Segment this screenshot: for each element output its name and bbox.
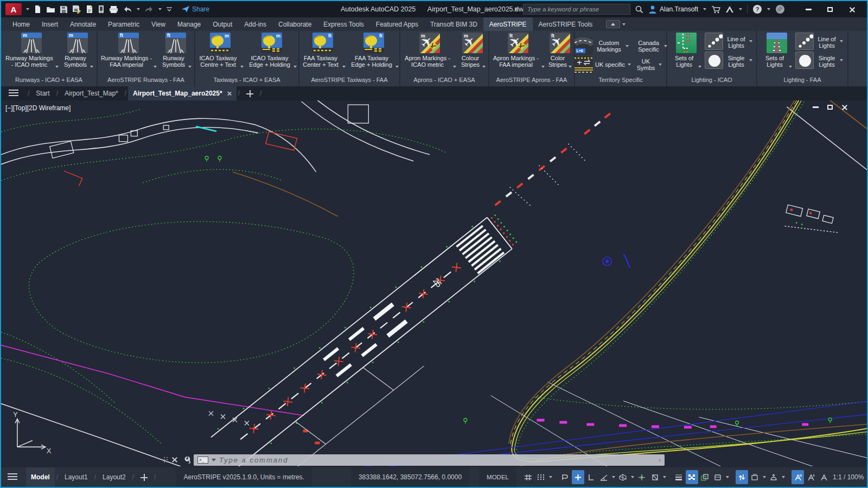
new-file-icon[interactable] — [34, 5, 42, 14]
search-expand-icon[interactable] — [514, 7, 518, 12]
dropdown-caret-icon[interactable] — [293, 66, 297, 68]
command-close-icon[interactable] — [172, 457, 177, 462]
viewport-minimize-icon[interactable] — [813, 106, 819, 108]
tab-output[interactable]: Output — [207, 17, 238, 31]
dynamic-ucs-icon[interactable] — [736, 470, 748, 484]
tab-express-tools[interactable]: Express Tools — [317, 17, 369, 31]
viewport-close-icon[interactable] — [841, 104, 847, 110]
save-icon[interactable] — [60, 5, 68, 14]
tab-addins[interactable]: Add-ins — [238, 17, 272, 31]
tab-insert[interactable]: Insert — [36, 17, 64, 31]
dropdown-caret-icon[interactable] — [90, 66, 93, 68]
model-space-toggle[interactable]: MODEL — [479, 467, 516, 487]
osnap-tracking-icon[interactable] — [636, 470, 648, 484]
dropdown-caret-icon[interactable] — [453, 66, 456, 68]
autocad-logo[interactable]: A — [5, 3, 22, 15]
ortho-mode-icon[interactable] — [585, 470, 597, 484]
tab-featured-apps[interactable]: Featured Apps — [370, 17, 424, 31]
single-lights-icao-button[interactable]: Single Lights — [705, 52, 752, 69]
tab-annotate[interactable]: Annotate — [64, 17, 102, 31]
autoscale-icon[interactable] — [805, 470, 817, 484]
file-tabs-menu-icon[interactable] — [1, 88, 26, 99]
viewport-restore-icon[interactable] — [827, 105, 833, 110]
icao-taxiway-centre-button[interactable]: m ICAO Taxiway Centre + Text — [197, 33, 244, 68]
transparency-icon[interactable] — [686, 470, 698, 484]
dropdown-caret-icon[interactable] — [482, 66, 486, 68]
selection-cycling-icon[interactable] — [699, 470, 711, 484]
apron-markings-faa-button[interactable]: ✈ ft Apron Markings - FAA imperial — [492, 33, 545, 68]
polar-tracking-icon[interactable] — [598, 470, 610, 484]
dropdown-caret-icon[interactable] — [698, 66, 701, 68]
dropdown-caret-icon[interactable] — [840, 59, 843, 61]
minimize-button[interactable] — [797, 2, 819, 16]
command-expand-chevron[interactable]: › — [659, 457, 661, 463]
single-lights-faa-button[interactable]: Single Lights — [795, 52, 843, 69]
help-icon[interactable]: ? — [752, 4, 762, 14]
maximize-button[interactable] — [819, 2, 841, 16]
dropdown-caret-icon[interactable] — [749, 40, 752, 42]
layout-menu-icon[interactable] — [8, 472, 17, 483]
autodesk-logo-icon[interactable] — [725, 5, 734, 13]
tab-transoft-bim3d[interactable]: Transoft BIM 3D — [424, 17, 483, 31]
color-stripes-faa-button[interactable]: ✈ ft Color Stripes — [548, 33, 572, 68]
uk-specific-button[interactable]: UK specific — [575, 56, 631, 73]
dropdown-caret-icon[interactable] — [749, 59, 752, 61]
tab-manage[interactable]: Manage — [171, 17, 207, 31]
undo-icon[interactable] — [123, 5, 132, 13]
custom-markings-button[interactable]: L+6 Custom Markings — [575, 37, 631, 55]
layout1-tab[interactable]: Layout1 — [60, 467, 93, 487]
command-customize-wrench-icon[interactable] — [182, 456, 190, 464]
layout2-tab[interactable]: Layout2 — [98, 467, 131, 487]
uk-symbols-button[interactable]: UK Symbs — [635, 58, 667, 71]
snap-mode-icon[interactable] — [535, 470, 547, 484]
tab-aerostripe-tools[interactable]: AeroSTRIPE Tools — [533, 17, 599, 31]
line-of-lights-icao-button[interactable]: Line of Lights — [705, 33, 752, 50]
viewport-controls-label[interactable]: [−][Top][2D Wireframe] — [5, 104, 71, 112]
user-caret-icon[interactable] — [703, 8, 706, 10]
command-input-bar[interactable]: >_ › — [194, 454, 665, 466]
recent-commands-icon[interactable]: >_ — [197, 457, 208, 464]
tab-parametric[interactable]: Parametric — [102, 17, 145, 31]
new-layout-button[interactable] — [136, 467, 152, 487]
dropdown-caret-icon[interactable] — [659, 64, 662, 66]
apron-markings-icao-button[interactable]: ✈ m Apron Markings - ICAO metric — [403, 33, 456, 68]
ribbon-minimize-caret-icon[interactable] — [622, 23, 626, 26]
open-folder-icon[interactable] — [46, 5, 55, 14]
gizmo-caret-icon[interactable] — [781, 470, 786, 484]
dropdown-caret-icon[interactable] — [395, 66, 399, 68]
dropdown-caret-icon[interactable] — [626, 45, 629, 47]
icao-taxiway-edge-button[interactable]: m ICAO Taxiway Edge + Holding — [247, 33, 297, 68]
faa-taxiway-edge-button[interactable]: ft FAA Taxiway Edge + Holding — [349, 33, 399, 68]
runway-markings-icao-button[interactable]: m Runway Markings - ICAO metric — [4, 33, 59, 68]
sets-of-lights-icao-button[interactable]: Sets of Lights — [671, 33, 701, 68]
sets-of-lights-faa-button[interactable]: Sets of Lights — [762, 33, 792, 68]
command-input[interactable] — [219, 456, 655, 464]
model-tab[interactable]: Model — [26, 467, 55, 487]
plot-preview-icon[interactable] — [86, 5, 93, 14]
help-caret-icon[interactable] — [767, 8, 770, 10]
osnap-caret-icon[interactable] — [662, 470, 667, 484]
grid-display-icon[interactable] — [522, 470, 534, 484]
undo-caret-icon[interactable] — [137, 8, 140, 10]
publish-icon[interactable] — [98, 5, 105, 14]
canada-specific-button[interactable]: Canada Specific — [635, 40, 667, 53]
tab-aerostripe[interactable]: AeroSTRIPE — [483, 17, 533, 31]
new-drawing-button[interactable] — [241, 86, 258, 100]
file-tab-airport-test-map[interactable]: Airport_Test_Map* — [60, 86, 123, 100]
snap-caret-icon[interactable] — [548, 470, 553, 484]
save-as-icon[interactable] — [72, 5, 81, 14]
tab-view[interactable]: View — [145, 17, 171, 31]
object-snap-icon[interactable] — [649, 470, 661, 484]
redo-caret-icon[interactable] — [158, 8, 162, 10]
annotation-visibility-icon[interactable] — [792, 470, 804, 484]
dropdown-caret-icon[interactable] — [789, 66, 792, 68]
dropdown-caret-icon[interactable] — [541, 66, 545, 68]
faa-taxiway-center-button[interactable]: ft FAA Taxiway Center + Text — [300, 33, 346, 68]
selection-filtering-caret-icon[interactable] — [762, 470, 767, 484]
customize-qat-icon[interactable] — [166, 6, 173, 12]
drawing-viewport[interactable]: [−][Top][2D Wireframe] — [1, 100, 867, 467]
selection-filtering-icon[interactable] — [749, 470, 761, 484]
close-tab-icon[interactable] — [227, 91, 232, 96]
gizmo-icon[interactable] — [768, 470, 780, 484]
search-input[interactable] — [523, 4, 630, 15]
